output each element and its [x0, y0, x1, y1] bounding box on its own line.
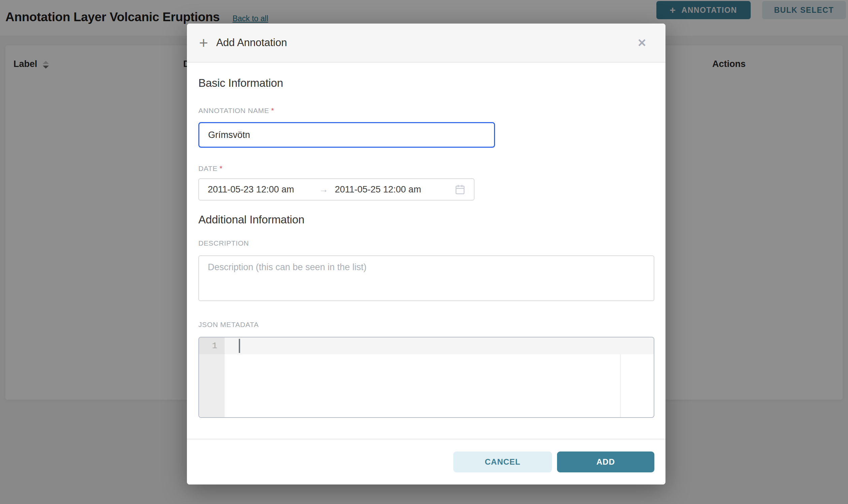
- date-end-value: 2011-05-25 12:00 am: [335, 184, 421, 195]
- modal-body: Basic Information ANNOTATION NAME* DATE*…: [187, 62, 665, 439]
- description-label: DESCRIPTION: [198, 239, 654, 248]
- plus-icon: +: [199, 35, 208, 51]
- add-annotation-modal: + Add Annotation ✕ Basic Information ANN…: [187, 23, 665, 485]
- basic-information-heading: Basic Information: [198, 77, 654, 90]
- annotation-name-label-text: ANNOTATION NAME: [198, 107, 269, 114]
- required-asterisk: *: [271, 106, 274, 115]
- editor-line-number: 1: [199, 338, 225, 354]
- description-textarea[interactable]: [198, 255, 654, 301]
- add-button[interactable]: ADD: [557, 451, 654, 472]
- annotation-name-input[interactable]: [198, 122, 495, 148]
- editor-gutter: 1: [199, 338, 225, 417]
- cancel-button[interactable]: CANCEL: [453, 451, 552, 472]
- additional-information-heading: Additional Information: [198, 213, 654, 226]
- json-metadata-label: JSON METADATA: [198, 320, 654, 329]
- modal-footer: CANCEL ADD: [187, 439, 665, 485]
- modal-header: + Add Annotation ✕: [187, 23, 665, 62]
- arrow-right-icon: →: [319, 184, 328, 195]
- annotation-name-label: ANNOTATION NAME*: [198, 106, 654, 115]
- json-metadata-editor[interactable]: 1: [198, 337, 654, 418]
- editor-active-line: [225, 338, 654, 354]
- date-label: DATE*: [198, 164, 654, 173]
- editor-print-margin: [620, 354, 621, 417]
- calendar-icon: [455, 184, 465, 195]
- date-range-picker[interactable]: 2011-05-23 12:00 am → 2011-05-25 12:00 a…: [198, 178, 474, 200]
- required-asterisk: *: [220, 164, 223, 173]
- editor-cursor: [239, 339, 240, 353]
- modal-title: Add Annotation: [216, 37, 287, 49]
- close-icon[interactable]: ✕: [637, 37, 646, 49]
- date-start-value: 2011-05-23 12:00 am: [208, 184, 294, 195]
- date-label-text: DATE: [198, 164, 218, 172]
